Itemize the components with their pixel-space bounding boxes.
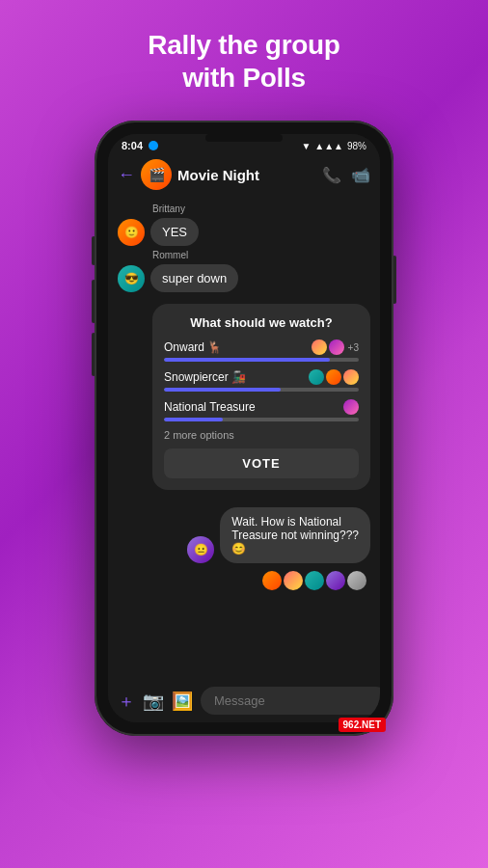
- msg-group-rommel: Rommel 😎 super down: [118, 250, 370, 292]
- msg-row-superdown: 😎 super down: [118, 264, 370, 292]
- poll-option-3-label: National Treasure: [164, 400, 256, 414]
- reaction-avatar-4: [326, 571, 345, 590]
- poll-bar-track-3: [164, 418, 359, 421]
- sender-brittany: Brittany: [152, 203, 370, 214]
- camera-icon[interactable]: 📷: [143, 691, 164, 712]
- reaction-avatar-1: [262, 571, 282, 590]
- msg-emoji: 😊: [231, 542, 246, 556]
- voter-avatar-2: [329, 339, 344, 355]
- msg-national-line1: Wait. How is NationalTreasure not winnin…: [231, 515, 359, 542]
- signal-icon: ▲▲▲: [314, 141, 343, 151]
- voter-avatar-5: [343, 369, 359, 385]
- voter-avatar-6: [343, 399, 359, 415]
- add-icon[interactable]: ＋: [118, 690, 135, 713]
- poll-bar-fill-2: [164, 388, 281, 392]
- reaction-avatar-5: [347, 571, 366, 590]
- poll-vote-button[interactable]: VOTE: [164, 448, 359, 478]
- top-nav: ← 🎬 Movie Night 📞 📹: [108, 153, 380, 196]
- chat-area: Brittany 🙂 YES Rommel 😎 super down: [108, 196, 380, 679]
- voter-count-1: +3: [348, 342, 359, 353]
- reaction-avatar-3: [305, 571, 324, 590]
- message-input[interactable]: [201, 687, 380, 715]
- headline: Rally the group with Polls: [148, 29, 339, 94]
- voter-avatar-3: [309, 369, 324, 385]
- poll-option-2-label: Snowpiercer 🚂: [164, 370, 246, 384]
- image-icon[interactable]: 🖼️: [172, 691, 193, 712]
- voter-avatar-4: [326, 369, 341, 385]
- poll-bar-fill-3: [164, 418, 223, 421]
- msg-group-brittany: Brittany 🙂 YES: [118, 203, 370, 246]
- msg-text-superdown: super down: [162, 271, 227, 285]
- video-icon[interactable]: 📹: [351, 166, 370, 184]
- call-icon[interactable]: 📞: [322, 166, 341, 184]
- poll-option-1[interactable]: Onward 🦌 +3: [164, 339, 359, 362]
- headline-line2: with Polls: [182, 63, 306, 93]
- poll-option-3[interactable]: National Treasure: [164, 399, 359, 421]
- phone-mockup: 8:04 ▼ ▲▲▲ 98% ← 🎬 Movie Night 📞 📹: [95, 121, 393, 738]
- poll-voters-3: [343, 399, 359, 415]
- sender-rommel: Rommel: [152, 250, 370, 260]
- wifi-icon: ▼: [301, 141, 311, 151]
- bubble-yes: YES: [150, 218, 199, 246]
- nav-actions: 📞 📹: [322, 166, 370, 184]
- msg-text-yes: YES: [162, 225, 187, 239]
- back-button[interactable]: ←: [118, 165, 135, 185]
- poll-bar-fill-1: [164, 358, 330, 362]
- avatar-friend: 😐: [187, 536, 214, 563]
- bubble-national: Wait. How is NationalTreasure not winnin…: [220, 507, 370, 563]
- msg-row-right-group: 😐 Wait. How is NationalTreasure not winn…: [118, 507, 370, 563]
- avatar-rommel: 😎: [118, 265, 145, 292]
- poll-title: What should we watch?: [164, 315, 359, 330]
- msg-row-yes: 🙂 YES: [118, 218, 370, 246]
- poll-option-2[interactable]: Snowpiercer 🚂: [164, 369, 359, 392]
- status-icons: ▼ ▲▲▲ 98%: [301, 141, 366, 151]
- poll-card: What should we watch? Onward 🦌 +3: [152, 304, 370, 490]
- headline-line1: Rally the group: [148, 30, 339, 60]
- poll-voters-2: [309, 369, 359, 385]
- bottom-bar: ＋ 📷 🖼️ 🎙️: [108, 679, 380, 722]
- bubble-superdown: super down: [150, 264, 238, 292]
- reaction-avatar-2: [284, 571, 303, 590]
- nav-title: Movie Night: [177, 167, 322, 183]
- messenger-icon: [149, 141, 158, 150]
- poll-bar-track-2: [164, 388, 359, 392]
- poll-more-options: 2 more options: [164, 429, 359, 441]
- emoji-reaction-row: [118, 571, 366, 590]
- poll-option-1-label: Onward 🦌: [164, 340, 222, 354]
- poll-bar-track-1: [164, 358, 359, 362]
- voter-avatar-1: [312, 339, 327, 355]
- status-time: 8:04: [122, 140, 143, 151]
- battery-text: 98%: [347, 141, 366, 151]
- poll-voters-1: +3: [312, 339, 359, 355]
- watermark: 962.NET: [339, 718, 386, 732]
- group-avatar: 🎬: [141, 159, 172, 190]
- avatar-brittany: 🙂: [118, 219, 145, 246]
